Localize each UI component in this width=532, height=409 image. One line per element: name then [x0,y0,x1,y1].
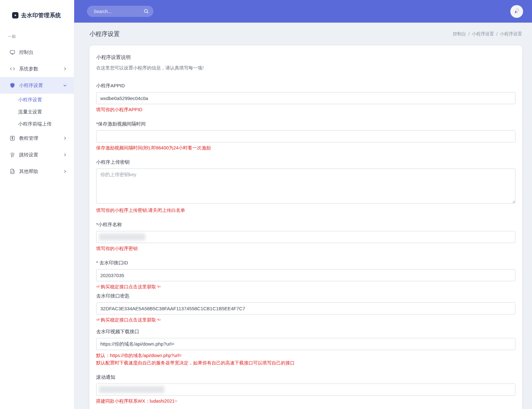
breadcrumb: 控制台 / 小程序设置 / 小程序设置 [453,31,522,37]
sidebar-subitem-frontend-upload[interactable]: 小程序前端上传 [0,118,74,130]
logo-badge-icon: ✦ [12,12,18,18]
sidebar-subitem-traffic-owner-settings[interactable]: 流量主设置 [0,106,74,118]
field-hint: 填写你的小程序密钥 [96,246,515,252]
sidebar-section-label: 一般 [8,34,74,39]
app-logo: ✦ 去水印管理系统 [0,0,74,19]
search-input[interactable] [94,9,144,14]
buy-api-link[interactable]: ☞购买稳定接口点击这里获取☜ [96,317,515,323]
sidebar-item-label: 系统参数 [19,66,38,72]
sidebar-item-label: 教程管理 [19,135,38,141]
miniprogram-name-input[interactable] [96,231,515,243]
chevron-right-icon [63,153,67,157]
field-label: 小程序上传密钥 [96,159,515,165]
chevron-right-icon [63,67,67,71]
field-hint: 填写你的小程序上传密钥,请关闭上传白名单 [96,207,515,213]
field-hint: 填写你的小程序APPID [96,107,515,113]
appid-input[interactable] [96,92,515,104]
field-api-secret: 去水印接口密匙 ☞购买稳定接口点击这里获取☜ [96,293,515,323]
field-hint: 默认：https://你的域名/api/down.php?url= [96,353,515,359]
page-header: 小程序设置 控制台 / 小程序设置 / 小程序设置 [89,23,522,46]
topbar [74,0,532,23]
user-avatar[interactable] [510,5,523,18]
chevron-down-icon [63,83,67,87]
file-code-icon [10,169,15,174]
field-hint: 保存激励视频间隔时间(秒),即86400为24小时看一次激励 [96,145,515,151]
search-box [87,6,153,17]
sidebar-subitem-label: 小程序设置 [18,97,42,103]
sidebar-subitem-miniprogram-settings[interactable]: 小程序设置 [0,94,74,106]
field-download-api: 去水印视频下载接口 默认：https://你的域名/api/down.php?u… [96,329,515,366]
sidebar: ✦ 去水印管理系统 一般 控制台 系统参数 小程序设置 [0,0,74,409]
scroll-notice-input[interactable] [96,384,515,396]
sidebar-item-miniprogram-settings[interactable]: 小程序设置 [0,77,74,94]
api-id-input[interactable] [96,269,515,281]
app-window: ✦ 去水印管理系统 一般 控制台 系统参数 小程序设置 [0,0,532,409]
api-secret-input[interactable] [96,302,515,314]
shield-icon [10,83,15,88]
sidebar-item-label: 小程序设置 [19,83,43,89]
app-title: 去水印管理系统 [21,11,61,19]
sidebar-item-console[interactable]: 控制台 [0,44,74,61]
sidebar-item-label: 控制台 [19,49,33,55]
sidebar-item-label: 跳转设置 [19,152,38,158]
sidebar-nav: 控制台 系统参数 小程序设置 小程序设置 流量主设置 [0,44,74,180]
field-hint: 搭建同款小程序联系WX：ludashi2021~ [96,398,515,404]
field-scroll-notice: 滚动通知 搭建同款小程序联系WX：ludashi2021~ [96,374,515,404]
chevron-right-icon [63,136,67,140]
sidebar-subitem-label: 流量主设置 [18,109,42,115]
sidebar-item-label: 其他帮助 [19,169,38,175]
sidebar-item-tutorial-management[interactable]: 教程管理 [0,130,74,147]
page-title: 小程序设置 [89,30,120,38]
breadcrumb-item[interactable]: 小程序设置 [472,31,494,37]
field-miniprogram-name: *小程序名称 填写你的小程序密钥 [96,222,515,252]
field-reward-interval: *保存激励视频间隔时间 保存激励视频间隔时间(秒),即86400为24小时看一次… [96,121,515,151]
field-appid: 小程序APPID 填写你的小程序APPID [96,83,515,113]
field-label: 去水印视频下载接口 [96,329,515,335]
field-label: 去水印接口密匙 [96,293,515,299]
fingerprint-icon [10,152,15,158]
dollar-box-icon [10,135,15,141]
field-upload-key: 小程序上传密钥 填写你的小程序上传密钥,请关闭上传白名单 [96,159,515,213]
field-label: *小程序名称 [96,222,515,228]
buy-api-link[interactable]: ☞购买稳定接口点击这里获取☜ [96,284,515,290]
field-label: *保存激励视频间隔时间 [96,121,515,127]
form-heading: 小程序设置说明 [96,54,515,61]
main-area: 小程序设置 控制台 / 小程序设置 / 小程序设置 小程序设置说明 在这里您可以… [74,0,532,409]
download-api-input[interactable] [96,338,515,350]
breadcrumb-item[interactable]: 控制台 [453,31,466,37]
upload-key-textarea[interactable] [96,169,515,204]
breadcrumb-separator: / [494,32,500,37]
duck-avatar-icon [513,7,521,16]
field-label: 小程序APPID [96,83,515,89]
settings-card: 小程序设置说明 在这里您可以设置小程序的信息，请认真填写每一项! 小程序APPI… [89,46,522,409]
form-subheading: 在这里您可以设置小程序的信息，请认真填写每一项! [96,65,515,71]
breadcrumb-item: 小程序设置 [500,31,522,37]
search-icon[interactable] [144,9,149,14]
chevron-right-icon [63,169,67,173]
content-area: 小程序设置 控制台 / 小程序设置 / 小程序设置 小程序设置说明 在这里您可以… [74,23,532,409]
field-hint: 默认配置时下载速度由自己的服务器带宽决定，如果你有自己的高速下载接口可以填写自己… [96,360,515,366]
code-icon [10,66,15,72]
field-label: * 去水印接口ID [96,260,515,266]
sidebar-item-other-help[interactable]: 其他帮助 [0,163,74,180]
sidebar-item-system-params[interactable]: 系统参数 [0,61,74,77]
field-api-id: * 去水印接口ID ☞购买稳定接口点击这里获取☜ [96,260,515,290]
monitor-icon [10,49,15,55]
reward-interval-input[interactable] [96,130,515,142]
breadcrumb-separator: / [466,32,472,37]
sidebar-subitem-label: 小程序前端上传 [18,121,52,127]
sidebar-item-jump-settings[interactable]: 跳转设置 [0,147,74,163]
field-label: 滚动通知 [96,374,515,380]
